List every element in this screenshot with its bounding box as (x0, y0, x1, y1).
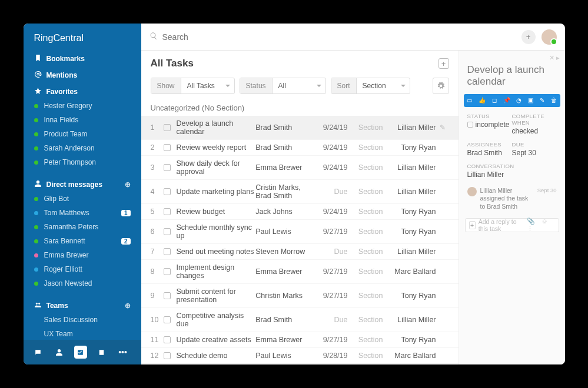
delete-icon[interactable]: 🗑 (551, 97, 557, 103)
nav-contacts-icon[interactable] (53, 346, 66, 359)
table-row[interactable]: 9Submit content for presentationChristin… (141, 284, 459, 308)
add-dm-icon[interactable]: ⊕ (125, 180, 131, 189)
reply-icons[interactable]: 📎 ☺ ⋮ (527, 218, 555, 233)
sidebar-item[interactable]: Inna Fields (24, 113, 141, 127)
presence-dot (34, 197, 38, 201)
row-number: 9 (151, 292, 164, 300)
task-checkbox[interactable] (164, 188, 171, 195)
filter-status-value[interactable]: All (273, 82, 325, 90)
add-button[interactable]: + (521, 30, 536, 44)
reply-input[interactable]: + Add a reply to this task 📎 ☺ ⋮ (465, 218, 559, 232)
task-checkbox[interactable] (164, 124, 171, 131)
move-icon[interactable]: ▣ (528, 97, 533, 103)
bookmarks-label: Bookmarks (46, 55, 85, 63)
status-checkbox[interactable] (467, 122, 473, 128)
bookmark-icon[interactable]: ◻ (492, 97, 497, 103)
presence-dot (34, 225, 38, 229)
sidebar-item[interactable]: Emma Brewer (24, 248, 141, 262)
presence-dot (34, 211, 38, 215)
task-checkbox[interactable] (164, 208, 171, 215)
user-avatar[interactable] (542, 29, 557, 45)
row-number: 5 (151, 208, 164, 216)
table-row[interactable]: 7Send out meeting notesSteven MorrowDueS… (141, 244, 459, 260)
table-row[interactable]: 4Update marketing plansCristin Marks, Br… (141, 180, 459, 204)
table-row[interactable]: 3Show daily deck for approvalEmma Brewer… (141, 156, 459, 180)
close-detail[interactable]: ✕ ▸ (459, 51, 565, 62)
sidebar-item[interactable]: Hester Gregory (24, 99, 141, 113)
sidebar-item-label: Sarah Anderson (44, 144, 95, 152)
sidebar-bookmarks[interactable]: Bookmarks (24, 49, 141, 66)
task-due: 9/24/19 (313, 123, 348, 132)
search-input[interactable] (162, 32, 516, 42)
task-owner: Marc Ballard (383, 352, 436, 360)
sidebar-item[interactable]: UX Team (24, 327, 141, 340)
task-owner: Lillian Miller (383, 163, 436, 172)
filter-show[interactable]: Show All Tasks (151, 78, 235, 94)
sidebar-item[interactable]: Sara Bennett2 (24, 234, 141, 248)
table-row[interactable]: 1Develop a launch calendarBrad Smith9/24… (141, 116, 459, 140)
reminder-icon[interactable]: ◔ (516, 97, 521, 103)
sidebar-item-label: Peter Thompson (44, 158, 97, 166)
presence-dot (34, 118, 38, 122)
filter-status-label: Status (240, 78, 273, 93)
sidebar-item-label: Roger Elliott (44, 265, 82, 273)
filter-status[interactable]: Status All (240, 78, 326, 94)
attach-icon[interactable]: + (469, 221, 476, 229)
table-row[interactable]: 13Get a speaker spot at the conferenceBr… (141, 364, 459, 364)
task-checkbox[interactable] (164, 164, 171, 171)
task-checkbox[interactable] (164, 144, 171, 151)
task-checkbox[interactable] (164, 336, 171, 343)
task-checkbox[interactable] (164, 316, 171, 323)
detail-toolbar: ▭ 👍 ◻ 📌 ◔ ▣ ✎ 🗑 (464, 94, 560, 107)
task-checkbox[interactable] (164, 268, 171, 275)
sidebar-item-label: Samantha Peters (44, 223, 99, 231)
sidebar-item[interactable]: Product Team (24, 127, 141, 141)
mentions-label: Mentions (46, 71, 78, 79)
add-task-icon[interactable]: + (438, 58, 449, 69)
filter-sort[interactable]: Sort Section (331, 78, 410, 94)
sidebar-teams-header[interactable]: Teams ⊕ (24, 296, 141, 313)
presence-dot (34, 239, 38, 243)
edit-icon[interactable]: ✎ (440, 123, 449, 132)
filter-show-value[interactable]: All Tasks (181, 82, 234, 90)
filter-sort-label: Sort (331, 78, 357, 93)
gear-icon[interactable] (433, 78, 449, 94)
sidebar-item[interactable]: Sarah Anderson (24, 141, 141, 155)
conversation-timestamp: Sept 30 (537, 187, 557, 211)
sidebar-item[interactable]: Glip Bot (24, 192, 141, 206)
sidebar-dm-header[interactable]: Direct messages ⊕ (24, 175, 141, 192)
table-row[interactable]: 6Schedule monthly sync upPaul Lewis9/27/… (141, 220, 459, 244)
nav-tasks-icon[interactable] (74, 346, 87, 359)
sidebar-favorites-header[interactable]: Favorites (24, 82, 141, 99)
pin-icon[interactable]: 📌 (503, 97, 510, 103)
task-checkbox[interactable] (164, 228, 171, 235)
sidebar-item[interactable]: Roger Elliott (24, 262, 141, 276)
nav-calendar-icon[interactable] (95, 346, 108, 359)
filter-sort-value[interactable]: Section (357, 82, 410, 90)
table-row[interactable]: 5Review budgetJack Johns9/24/19SectionTo… (141, 204, 459, 220)
nav-more-icon[interactable]: ••• (117, 346, 129, 359)
sidebar-item[interactable]: Sales Discussion (24, 313, 141, 327)
table-row[interactable]: 8Implement design changesEmma Brewer9/27… (141, 260, 459, 284)
chat-icon[interactable]: ▭ (467, 97, 472, 103)
sidebar-item[interactable]: Peter Thompson (24, 155, 141, 169)
table-row[interactable]: 11Update creative assetsEmma Brewer9/27/… (141, 332, 459, 348)
task-checkbox[interactable] (164, 248, 171, 255)
nav-chat-icon[interactable] (32, 346, 45, 359)
sidebar-item[interactable]: Jason Newsted (24, 276, 141, 290)
table-row[interactable]: 12Schedule demoPaul Lewis9/28/19SectionM… (141, 348, 459, 364)
add-team-icon[interactable]: ⊕ (125, 302, 131, 310)
task-checkbox[interactable] (164, 292, 171, 299)
thumbs-up-icon[interactable]: 👍 (479, 97, 486, 103)
table-row[interactable]: 10Competitive analysis dueBrad SmithDueS… (141, 308, 459, 332)
table-row[interactable]: 2Review weekly reportBrad Smith9/24/19Se… (141, 140, 459, 156)
search-wrap[interactable] (150, 32, 516, 42)
sidebar-item[interactable]: Tom Matthews1 (24, 206, 141, 220)
sidebar-item[interactable]: Samantha Peters (24, 220, 141, 234)
row-number: 3 (151, 163, 164, 172)
task-checkbox[interactable] (164, 352, 171, 359)
sidebar-mentions[interactable]: Mentions (24, 66, 141, 82)
task-due: Due (313, 247, 348, 256)
task-title: Update creative assets (177, 336, 256, 344)
edit-icon[interactable]: ✎ (540, 97, 544, 103)
